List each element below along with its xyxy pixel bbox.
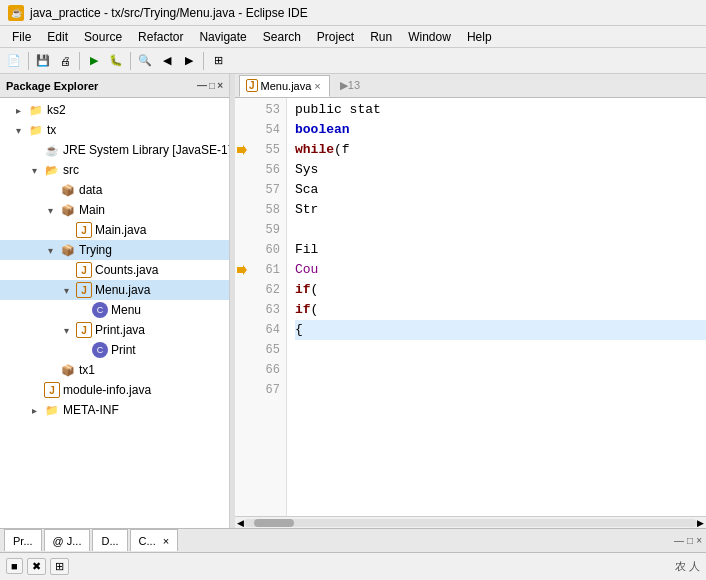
tree-item[interactable]: ▾📦Trying <box>0 240 229 260</box>
tab-java-icon: J <box>246 79 258 92</box>
tree-node-icon: C <box>92 342 108 358</box>
tree-arrow-icon[interactable]: ▾ <box>32 165 44 176</box>
gutter-line <box>235 160 249 180</box>
tree-arrow-icon[interactable]: ▾ <box>48 205 60 216</box>
bottom-tabs-close[interactable]: × <box>163 535 169 547</box>
titlebar: ☕ java_practice - tx/src/Trying/Menu.jav… <box>0 0 706 26</box>
scroll-left-btn[interactable]: ◀ <box>237 518 244 528</box>
tree-node-icon: 📦 <box>60 182 76 198</box>
tree-node-label: Menu <box>111 303 141 317</box>
bottom-panel-minimize[interactable]: — <box>674 535 684 546</box>
tree-node-label: Main.java <box>95 223 146 237</box>
bottom-panel-close[interactable]: × <box>696 535 702 546</box>
tree-item[interactable]: ☕JRE System Library [JavaSE-17] <box>0 140 229 160</box>
toolbar-forward[interactable]: ▶ <box>179 51 199 71</box>
tree-arrow-icon[interactable]: ▾ <box>16 125 28 136</box>
toolbar-perspective[interactable]: ⊞ <box>208 51 228 71</box>
bottom-tab-1[interactable]: @ J... <box>44 529 91 551</box>
tree-item[interactable]: 📦tx1 <box>0 360 229 380</box>
toolbar-save[interactable]: 💾 <box>33 51 53 71</box>
tab-menu-java[interactable]: JMenu.java× <box>239 75 330 97</box>
panel-close-icon[interactable]: × <box>217 80 223 91</box>
line-number: 63 <box>249 300 280 320</box>
editor-horizontal-scrollbar[interactable]: ◀ ▶ <box>235 516 706 528</box>
tree-item[interactable]: CPrint <box>0 340 229 360</box>
bottom-btn-2[interactable]: ✖ <box>27 558 46 575</box>
gutter-arrow-marker <box>237 145 247 155</box>
toolbar-search[interactable]: 🔍 <box>135 51 155 71</box>
bottom-btn-3[interactable]: ⊞ <box>50 558 69 575</box>
bottom-tab-3[interactable]: C...× <box>130 529 179 551</box>
line-number: 67 <box>249 380 280 400</box>
scroll-right-btn[interactable]: ▶ <box>697 518 704 528</box>
toolbar-debug[interactable]: 🐛 <box>106 51 126 71</box>
toolbar-sep-2 <box>79 52 80 70</box>
bottom-tab-0[interactable]: Pr... <box>4 529 42 551</box>
menu-item-window[interactable]: Window <box>400 26 459 47</box>
tree-item[interactable]: ▾📦Main <box>0 200 229 220</box>
menu-item-source[interactable]: Source <box>76 26 130 47</box>
gutter-line <box>235 380 249 400</box>
scroll-thumb[interactable] <box>254 519 294 527</box>
tree-node-icon: 📁 <box>28 122 44 138</box>
menu-item-navigate[interactable]: Navigate <box>191 26 254 47</box>
toolbar-new[interactable]: 📄 <box>4 51 24 71</box>
menu-item-project[interactable]: Project <box>309 26 362 47</box>
tree-arrow-icon[interactable]: ▸ <box>32 405 44 416</box>
tree-arrow-icon[interactable]: ▸ <box>16 105 28 116</box>
code-editor[interactable]: 535455565758596061626364656667 public st… <box>235 98 706 516</box>
line-number: 57 <box>249 180 280 200</box>
tree-item[interactable]: ▸📁META-INF <box>0 400 229 420</box>
tree-arrow-icon[interactable]: ▾ <box>64 285 76 296</box>
tree-item[interactable]: ▾JPrint.java <box>0 320 229 340</box>
tab-close-icon[interactable]: × <box>314 80 320 92</box>
gutter-line <box>235 260 249 280</box>
menu-item-help[interactable]: Help <box>459 26 500 47</box>
tree-arrow-icon[interactable]: ▾ <box>64 325 76 336</box>
code-line: public stat <box>295 100 706 120</box>
line-number: 61 <box>249 260 280 280</box>
tree-node-icon: J <box>76 262 92 278</box>
tree-item[interactable]: 📦data <box>0 180 229 200</box>
code-content[interactable]: public stat boolean while(f Sys Sca Str … <box>287 98 706 516</box>
tree-node-label: Counts.java <box>95 263 158 277</box>
toolbar: 📄 💾 🖨 ▶ 🐛 🔍 ◀ ▶ ⊞ <box>0 48 706 74</box>
code-line: if( <box>295 300 706 320</box>
menu-item-search[interactable]: Search <box>255 26 309 47</box>
code-line <box>295 220 706 240</box>
line-number: 55 <box>249 140 280 160</box>
tree-item[interactable]: CMenu <box>0 300 229 320</box>
gutter-line <box>235 320 249 340</box>
toolbar-print[interactable]: 🖨 <box>55 51 75 71</box>
tree-item[interactable]: JCounts.java <box>0 260 229 280</box>
tree-item[interactable]: JMain.java <box>0 220 229 240</box>
menu-item-edit[interactable]: Edit <box>39 26 76 47</box>
tree-node-label: Main <box>79 203 105 217</box>
code-token: Sys <box>295 162 318 177</box>
bottom-tab-2[interactable]: D... <box>92 529 127 551</box>
bottom-btn-1[interactable]: ■ <box>6 558 23 574</box>
tree-node-label: src <box>63 163 79 177</box>
gutter-line <box>235 280 249 300</box>
panel-minimize-icon[interactable]: — <box>197 80 207 91</box>
tree-item[interactable]: ▾📁tx <box>0 120 229 140</box>
bottom-panel-maximize[interactable]: □ <box>687 535 693 546</box>
menu-item-run[interactable]: Run <box>362 26 400 47</box>
editor-badge: ▶13 <box>340 79 360 92</box>
tree-node-icon: 📁 <box>28 102 44 118</box>
toolbar-back[interactable]: ◀ <box>157 51 177 71</box>
tree-arrow-icon[interactable]: ▾ <box>48 245 60 256</box>
tree-item[interactable]: ▾JMenu.java <box>0 280 229 300</box>
menu-item-file[interactable]: File <box>4 26 39 47</box>
bottom-panel: Pr...@ J...D...C...× — □ × ■ ✖ ⊞ 农 人 <box>0 528 706 580</box>
tree-item[interactable]: ▾📂src <box>0 160 229 180</box>
line-number: 56 <box>249 160 280 180</box>
toolbar-run[interactable]: ▶ <box>84 51 104 71</box>
scroll-track[interactable] <box>244 519 697 527</box>
code-token: ( <box>311 302 319 317</box>
menu-item-refactor[interactable]: Refactor <box>130 26 191 47</box>
tree-item[interactable]: ▸📁ks2 <box>0 100 229 120</box>
toolbar-sep-4 <box>203 52 204 70</box>
tree-item[interactable]: Jmodule-info.java <box>0 380 229 400</box>
panel-maximize-icon[interactable]: □ <box>209 80 215 91</box>
